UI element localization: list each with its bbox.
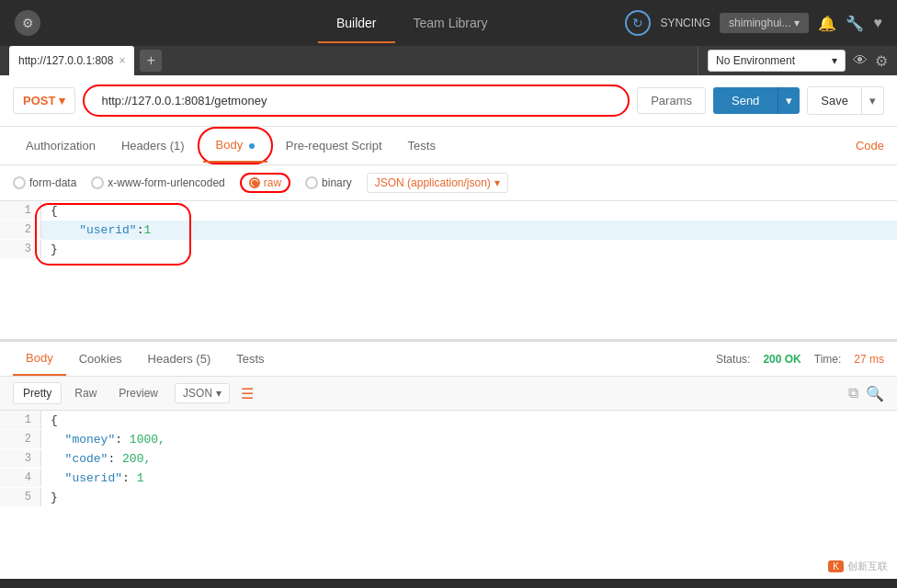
resp-line-num-2: 2 [0, 430, 41, 448]
resp-line-5: 5 } [0, 488, 897, 507]
response-section: Body Cookies Headers (5) Tests Status: 2… [0, 342, 897, 579]
resp-line-content-2: "money": 1000, [41, 430, 897, 449]
resp-tab-headers[interactable]: Headers (5) [135, 343, 224, 375]
save-button-group: Save ▾ [807, 86, 884, 115]
json-format-select[interactable]: JSON (application/json) ▾ [367, 173, 508, 193]
format-pretty[interactable]: Pretty [13, 382, 62, 404]
code-line-3: 3 } [0, 240, 897, 259]
request-body-editor[interactable]: 1 { 2 "userid":1 3 } [0, 201, 897, 339]
method-label: POST [23, 94, 55, 107]
send-dropdown-button[interactable]: ▾ [778, 87, 800, 114]
time-label: Time: [814, 353, 842, 366]
code-line-2: 2 "userid":1 [0, 220, 897, 240]
binary-radio[interactable] [305, 176, 318, 189]
line-number-3: 3 [0, 240, 41, 258]
url-encoded-radio[interactable] [91, 176, 104, 189]
top-bars: http://127.0.0.1:808 × + No Environment … [0, 46, 897, 75]
save-button[interactable]: Save [807, 86, 862, 115]
line-content-3[interactable]: } [41, 240, 897, 259]
request-section: POST ▾ http://127.0.0.1:8081/getmoney Pa… [0, 75, 897, 342]
nav-center: Builder Team Library [318, 3, 506, 43]
resp-line-num-1: 1 [0, 411, 41, 429]
line-content-2[interactable]: "userid":1 [41, 220, 897, 240]
add-tab-button[interactable]: + [140, 50, 162, 72]
status-label: Status: [716, 353, 750, 366]
tab-url-label: http://127.0.0.1:808 [18, 54, 113, 67]
code-link[interactable]: Code [856, 139, 884, 153]
nav-right: ↻ SYNCING shiminghui... ▾ 🔔 🔧 ♥ [625, 10, 882, 36]
sync-label: SYNCING [660, 17, 710, 29]
url-tab[interactable]: http://127.0.0.1:808 × [9, 46, 134, 75]
body-dot [249, 143, 255, 149]
raw-radio-inner [252, 180, 257, 186]
response-body-editor: 1 { 2 "money": 1000, 3 "code": 200, [0, 411, 897, 521]
env-bar: No Environment ▾ 👁 ⚙ [698, 46, 897, 75]
resp-line-content-4: "userid": 1 [41, 469, 897, 488]
resp-tab-cookies[interactable]: Cookies [66, 343, 135, 375]
resp-actions: ⧉ 🔍 [848, 385, 884, 402]
resp-line-1: 1 { [0, 411, 897, 430]
resp-line-num-4: 4 [0, 469, 41, 487]
editor-empty-space [0, 259, 897, 333]
filter-icon[interactable]: ☰ [241, 385, 254, 402]
format-raw[interactable]: Raw [65, 383, 106, 403]
eye-icon[interactable]: 👁 [853, 52, 868, 69]
url-encoded-option[interactable]: x-www-form-urlencoded [91, 176, 224, 189]
tab-authorization[interactable]: Authorization [13, 130, 108, 162]
line-number-1: 1 [0, 201, 41, 220]
builder-tab[interactable]: Builder [318, 3, 395, 43]
env-settings-icon[interactable]: ⚙ [875, 52, 888, 70]
request-tabs: Authorization Headers (1) Body Pre-reque… [0, 127, 897, 165]
status-info: Status: 200 OK Time: 27 ms [716, 353, 884, 366]
send-button-group: Send ▾ [713, 87, 800, 114]
raw-option-circle: raw [240, 173, 290, 193]
resp-line-4: 4 "userid": 1 [0, 469, 897, 488]
close-tab-button[interactable]: × [119, 54, 125, 67]
form-data-radio[interactable] [13, 176, 26, 189]
resp-line-content-5: } [41, 488, 897, 507]
response-format-bar: Pretty Raw Preview JSON ▾ ☰ ⧉ 🔍 [0, 377, 897, 411]
copy-icon[interactable]: ⧉ [848, 385, 858, 402]
resp-tab-tests[interactable]: Tests [223, 343, 277, 375]
method-dropdown[interactable]: POST ▾ [13, 87, 75, 114]
tab-body-circle: Body [198, 127, 273, 164]
resp-tab-body[interactable]: Body [13, 342, 66, 376]
tab-pre-request[interactable]: Pre-request Script [273, 130, 395, 162]
team-library-tab[interactable]: Team Library [395, 3, 506, 43]
raw-radio[interactable] [249, 177, 260, 188]
format-preview[interactable]: Preview [109, 383, 167, 403]
resp-line-num-5: 5 [0, 488, 41, 506]
watermark: K 创新互联 [828, 560, 888, 573]
tab-bar: http://127.0.0.1:808 × + [0, 46, 698, 75]
form-data-option[interactable]: form-data [13, 176, 76, 189]
send-button[interactable]: Send [713, 87, 778, 114]
resp-line-content-1: { [41, 411, 897, 430]
user-dropdown[interactable]: shiminghui... ▾ [720, 13, 809, 33]
raw-option[interactable]: raw [249, 176, 281, 189]
tab-headers[interactable]: Headers (1) [108, 130, 198, 162]
top-navigation: ⚙ Builder Team Library ↻ SYNCING shiming… [0, 0, 897, 46]
resp-line-2: 2 "money": 1000, [0, 430, 897, 449]
time-value: 27 ms [854, 353, 884, 366]
main-content: POST ▾ http://127.0.0.1:8081/getmoney Pa… [0, 75, 897, 579]
request-line: POST ▾ http://127.0.0.1:8081/getmoney Pa… [0, 75, 897, 127]
tab-body[interactable]: Body [203, 129, 267, 163]
nav-left: ⚙ [15, 10, 199, 36]
heart-icon[interactable]: ♥ [873, 15, 882, 31]
resp-line-content-3: "code": 200, [41, 449, 897, 469]
gear-icon[interactable]: ⚙ [15, 10, 40, 36]
url-input[interactable]: http://127.0.0.1:8081/getmoney [92, 88, 620, 113]
binary-option[interactable]: binary [305, 176, 352, 189]
response-tabs: Body Cookies Headers (5) Tests Status: 2… [0, 342, 897, 377]
sync-icon: ↻ [625, 10, 651, 36]
json-format-resp-select[interactable]: JSON ▾ [175, 383, 230, 403]
search-icon[interactable]: 🔍 [866, 385, 884, 402]
save-dropdown-button[interactable]: ▾ [862, 86, 884, 115]
line-content-1[interactable]: { [41, 201, 897, 220]
params-button[interactable]: Params [637, 87, 706, 114]
tab-tests[interactable]: Tests [395, 130, 448, 162]
bell-icon[interactable]: 🔔 [818, 15, 836, 32]
environment-dropdown[interactable]: No Environment ▾ [708, 50, 846, 72]
code-line-1: 1 { [0, 201, 897, 220]
wrench-icon[interactable]: 🔧 [846, 15, 864, 32]
